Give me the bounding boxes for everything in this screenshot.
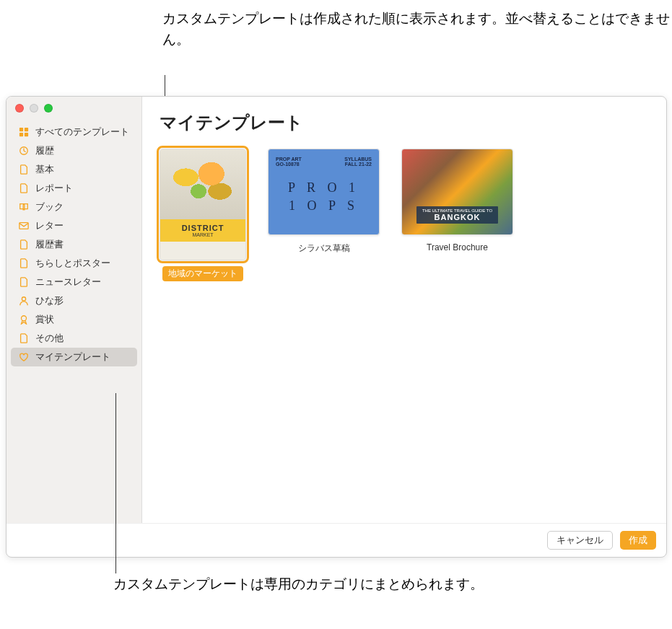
- sidebar-item-label: レター: [35, 219, 64, 232]
- sidebar-item-stationery[interactable]: ひな形: [11, 291, 137, 310]
- envelope-icon: [18, 220, 30, 232]
- sidebar-item-all-templates[interactable]: すべてのテンプレート: [11, 123, 137, 141]
- sidebar: すべてのテンプレート 履歴 基本 レポート ブック レター: [6, 97, 142, 523]
- main-content: マイテンプレート DISTRICT MARKET 地域のマーケット: [142, 97, 666, 523]
- grid-icon: [18, 126, 30, 138]
- thumb-head-right: SYLLABUS FALL 21-22: [344, 157, 372, 167]
- sidebar-item-label: ニュースレター: [35, 276, 101, 289]
- thumb-head-left: PROP ART GO-10878: [276, 157, 302, 167]
- sidebar-item-label: ブック: [35, 201, 64, 214]
- svg-point-7: [22, 316, 27, 321]
- doc-icon: [18, 239, 30, 250]
- template-label: 地域のマーケット: [162, 266, 243, 281]
- svg-rect-2: [19, 133, 23, 136]
- callout-bottom: カスタムテンプレートは専用のカテゴリにまとめられます。: [113, 574, 484, 595]
- sidebar-item-label: その他: [35, 332, 64, 345]
- sidebar-item-label: レポート: [35, 182, 73, 195]
- doc-icon: [18, 258, 30, 269]
- create-button[interactable]: 作成: [620, 531, 656, 550]
- page-title: マイテンプレート: [160, 111, 649, 134]
- sidebar-item-resumes[interactable]: 履歴書: [11, 235, 137, 254]
- template-thumbnail: DISTRICT MARKET: [160, 149, 246, 260]
- sidebar-item-books[interactable]: ブック: [11, 198, 137, 216]
- doc-icon: [18, 333, 30, 344]
- thumb-title: DISTRICT: [165, 224, 241, 232]
- doc-icon: [18, 164, 30, 175]
- traffic-lights: [6, 97, 61, 120]
- callout-line-bottom: [115, 393, 116, 573]
- close-window-icon[interactable]: [15, 104, 24, 113]
- sidebar-item-other[interactable]: その他: [11, 329, 137, 348]
- svg-point-6: [22, 297, 25, 301]
- zoom-window-icon[interactable]: [44, 104, 53, 113]
- sidebar-item-label: すべてのテンプレート: [35, 126, 129, 138]
- sidebar-item-label: ひな形: [35, 294, 64, 307]
- cancel-button[interactable]: キャンセル: [547, 531, 613, 550]
- footer: キャンセル 作成: [6, 523, 666, 557]
- book-icon: [18, 201, 30, 213]
- template-card-syllabus[interactable]: PROP ART GO-10878 SYLLABUS FALL 21-22 P …: [268, 149, 380, 281]
- doc-icon: [18, 182, 30, 194]
- ribbon-icon: [18, 314, 30, 325]
- doc-icon: [18, 276, 30, 288]
- template-label: シラバス草稿: [292, 241, 356, 256]
- thumb-body: P R O 1 1 O P S: [276, 167, 372, 227]
- thumb-subtitle: MARKET: [165, 232, 241, 237]
- sidebar-item-flyers[interactable]: ちらしとポスター: [11, 254, 137, 273]
- template-chooser-window: すべてのテンプレート 履歴 基本 レポート ブック レター: [6, 96, 667, 558]
- sidebar-item-label: 履歴: [35, 144, 54, 157]
- sidebar-item-label: ちらしとポスター: [35, 257, 110, 270]
- sidebar-item-label: 賞状: [35, 313, 54, 326]
- sidebar-item-letters[interactable]: レター: [11, 216, 137, 235]
- heart-icon: [18, 351, 30, 363]
- svg-rect-3: [25, 133, 28, 136]
- sidebar-item-certificates[interactable]: 賞状: [11, 310, 137, 329]
- clock-icon: [18, 145, 30, 157]
- template-grid: DISTRICT MARKET 地域のマーケット PROP ART GO-108…: [160, 149, 649, 281]
- sidebar-item-label: 履歴書: [35, 238, 64, 251]
- person-icon: [18, 295, 30, 307]
- callout-top: カスタムテンプレートは作成された順に表示されます。並べ替えることはできません。: [162, 9, 672, 50]
- template-label: Travel Brochure: [421, 241, 494, 254]
- sidebar-item-basic[interactable]: 基本: [11, 160, 137, 179]
- template-thumbnail: THE ULTIMATE TRAVEL GUIDE TO BANGKOK: [401, 149, 513, 235]
- svg-rect-1: [25, 128, 28, 131]
- svg-rect-5: [19, 223, 28, 229]
- sidebar-item-label: 基本: [35, 163, 54, 176]
- sidebar-item-reports[interactable]: レポート: [11, 179, 137, 198]
- svg-rect-0: [19, 128, 23, 131]
- sidebar-item-history[interactable]: 履歴: [11, 141, 137, 160]
- thumb-tag-big: BANGKOK: [422, 213, 492, 221]
- sidebar-item-my-templates[interactable]: マイテンプレート: [11, 348, 137, 366]
- sidebar-item-newsletters[interactable]: ニュースレター: [11, 273, 137, 291]
- sidebar-item-label: マイテンプレート: [35, 351, 110, 364]
- template-card-district-market[interactable]: DISTRICT MARKET 地域のマーケット: [160, 149, 246, 281]
- minimize-window-icon[interactable]: [30, 104, 38, 113]
- template-thumbnail: PROP ART GO-10878 SYLLABUS FALL 21-22 P …: [268, 149, 380, 235]
- template-card-travel-brochure[interactable]: THE ULTIMATE TRAVEL GUIDE TO BANGKOK Tra…: [401, 149, 513, 281]
